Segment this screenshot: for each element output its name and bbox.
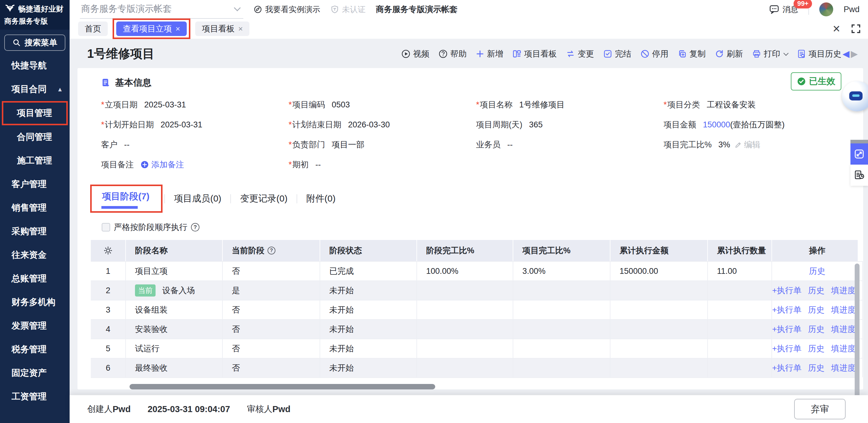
field-value: 3% <box>718 140 730 150</box>
messages-button[interactable]: 消息 99+ <box>769 4 798 15</box>
sidebar-item-3[interactable]: 合同管理 <box>0 125 70 149</box>
sidebar-item-1[interactable]: 项目合同▲ <box>0 77 70 101</box>
table-row-5: 5试运行否未开始+执行单历史填进度 <box>91 338 858 358</box>
toolbar-help-button[interactable]: 帮助 <box>438 48 467 59</box>
tab-close-icon[interactable]: × <box>238 24 243 34</box>
cert-status-label: 未认证 <box>342 4 366 15</box>
op-link-fill-progress[interactable]: 填进度 <box>831 343 856 354</box>
page-tabbar: 首页查看项目立项×项目看板× × <box>70 19 868 39</box>
toolbar-button-label: 停用 <box>652 48 669 59</box>
sidebar-item-9[interactable]: 总账管理 <box>0 267 70 290</box>
toolbar-copy-button[interactable]: 复制 <box>678 48 706 59</box>
sidebar-item-8[interactable]: 往来资金 <box>0 243 70 267</box>
field-value: -- <box>124 140 129 150</box>
abandon-audit-button[interactable]: 弃审 <box>794 399 846 419</box>
op-link-exec-order[interactable]: +执行单 <box>772 324 801 335</box>
field-value[interactable]: 150000 <box>703 120 730 130</box>
op-link-history[interactable]: 历史 <box>808 343 825 354</box>
demo-link[interactable]: 我要看实例演示 <box>254 4 320 15</box>
op-link-fill-progress[interactable]: 填进度 <box>831 362 856 373</box>
account-set-select[interactable]: 商务服务专版演示帐套 <box>80 0 243 19</box>
next-record-button[interactable]: ▶ <box>851 48 858 59</box>
info-field-3: *项目分类工程设备安装 <box>664 99 851 110</box>
exec-amount-cell <box>611 300 708 319</box>
sidebar-item-label: 税务管理 <box>11 344 46 356</box>
op-link-fill-progress[interactable]: 填进度 <box>831 285 856 296</box>
info-field-4: *计划开始日期2025-03-31 <box>101 119 289 130</box>
sidebar-item-12[interactable]: 税务管理 <box>0 338 70 361</box>
edit-button[interactable]: 编辑 <box>735 139 761 150</box>
sidebar-item-6[interactable]: 销售管理 <box>0 196 70 220</box>
close-icon[interactable]: × <box>833 22 840 35</box>
sidebar-item-label: 合同管理 <box>17 131 52 143</box>
toolbar-button-label: 项目历史 <box>809 48 841 59</box>
toolbar-kanban-button[interactable]: 项目看板 <box>513 48 557 59</box>
sidebar-item-14[interactable]: 工资管理 <box>0 385 70 409</box>
search-menu-button[interactable]: 搜索菜单 <box>4 34 65 51</box>
sidebar-item-4[interactable]: 施工管理 <box>0 149 70 172</box>
toolbar-disable-button[interactable]: 停用 <box>641 48 669 59</box>
sidebar-item-5[interactable]: 客户管理 <box>0 172 70 196</box>
op-link-history[interactable]: 历史 <box>808 304 825 315</box>
info-field-9: *负责部门项目一部 <box>289 139 476 150</box>
add-note-button[interactable]: 添加备注 <box>141 159 184 170</box>
strict-order-checkbox[interactable] <box>102 223 110 231</box>
operations-cell: +执行单历史填进度 <box>772 338 863 358</box>
sidebar-item-label: 项目管理 <box>17 107 52 119</box>
toolbar-history-button[interactable]: 项目历史 <box>797 48 841 59</box>
op-link-exec-order[interactable]: +执行单 <box>772 362 801 373</box>
expand-panel-button[interactable] <box>850 143 868 165</box>
toolbar-change-button[interactable]: 变更 <box>566 48 594 59</box>
sidebar-item-11[interactable]: 发票管理 <box>0 314 70 338</box>
user-avatar[interactable] <box>819 2 833 17</box>
toolbar-complete-button[interactable]: 完结 <box>603 48 631 59</box>
column-header-0 <box>91 240 126 261</box>
sidebar-item-0[interactable]: 快捷导航 <box>0 54 70 77</box>
pencil-icon <box>735 141 742 149</box>
op-link-exec-order[interactable]: +执行单 <box>772 285 801 296</box>
basic-info-grid: *立项日期2025-03-31*项目编码0503*项目名称1号维修项目*项目分类… <box>101 99 851 170</box>
tab-close-icon[interactable]: × <box>176 24 180 34</box>
op-link-history[interactable]: 历史 <box>808 324 825 335</box>
toolbar-refresh-button[interactable]: 刷新 <box>715 48 743 59</box>
sidebar-item-13[interactable]: 固定资产 <box>0 361 70 385</box>
table-row-3: 3设备组装否未开始+执行单历史填进度 <box>91 300 858 319</box>
tab-0[interactable]: 首页 <box>78 22 108 36</box>
doc-history-button[interactable] <box>850 165 868 186</box>
created-timestamp: 2025-03-31 09:04:07 <box>148 404 230 414</box>
account-name: 商务服务专版演示帐套 <box>376 4 458 15</box>
toolbar-print-button[interactable]: 打印 <box>752 48 788 59</box>
op-link-history[interactable]: 历史 <box>809 266 825 276</box>
op-link-history[interactable]: 历史 <box>808 362 825 373</box>
detail-tab-3[interactable]: 附件(0) <box>297 189 345 208</box>
op-link-exec-order[interactable]: +执行单 <box>772 343 801 354</box>
toolbar-play-button[interactable]: 视频 <box>401 48 430 59</box>
tab-2[interactable]: 项目看板× <box>195 22 249 36</box>
detail-tab-0[interactable]: 项目阶段(7) <box>93 187 159 206</box>
op-link-fill-progress[interactable]: 填进度 <box>831 324 856 335</box>
field-value: 365 <box>529 120 542 130</box>
detail-tab-2[interactable]: 变更记录(0) <box>231 189 297 208</box>
floating-handle[interactable] <box>850 140 868 143</box>
prev-record-button[interactable]: ◀ <box>843 48 849 59</box>
user-name[interactable]: Pwd <box>843 5 860 14</box>
field-label: 计划结束日期 <box>292 119 341 130</box>
tab-label: 首页 <box>85 23 101 34</box>
tab-1[interactable]: 查看项目立项× <box>116 22 187 36</box>
op-link-fill-progress[interactable]: 填进度 <box>831 304 856 315</box>
toolbar-button-label: 打印 <box>764 48 780 59</box>
gear-icon[interactable] <box>103 246 113 255</box>
horizontal-scrollbar-thumb[interactable] <box>129 384 435 389</box>
field-value: 2026-03-30 <box>348 120 390 130</box>
sidebar-item-2[interactable]: 项目管理 <box>2 101 68 125</box>
detail-tab-1[interactable]: 项目成员(0) <box>165 189 230 208</box>
fullscreen-icon[interactable] <box>850 23 861 34</box>
help-icon[interactable]: ? <box>191 223 199 231</box>
sidebar-item-7[interactable]: 采购管理 <box>0 220 70 243</box>
op-link-history[interactable]: 历史 <box>808 285 825 296</box>
op-link-exec-order[interactable]: +执行单 <box>772 304 801 315</box>
toolbar-plus-button[interactable]: 新增 <box>476 48 503 59</box>
help-icon[interactable]: ? <box>268 247 275 255</box>
sidebar-item-10[interactable]: 财务多机构 <box>0 290 70 314</box>
cert-status[interactable]: 未认证 <box>331 4 366 15</box>
